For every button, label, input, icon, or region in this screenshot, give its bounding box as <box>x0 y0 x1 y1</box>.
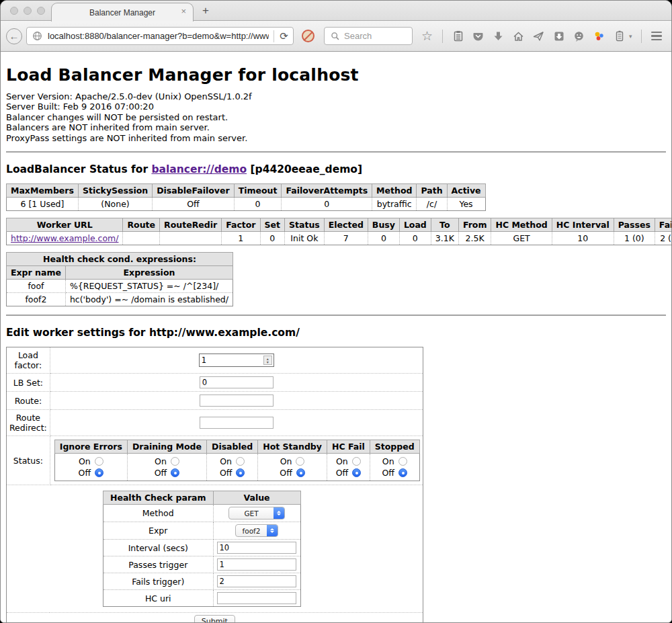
worker-url-link[interactable]: http://www.example.com/ <box>11 233 118 243</box>
tab-balancer-manager[interactable]: Balancer Manager × <box>51 3 194 22</box>
window-controls[interactable] <box>10 7 45 15</box>
expr-select[interactable]: foof2 <box>235 524 278 537</box>
tab-close-icon[interactable]: × <box>181 7 186 15</box>
expr-selected-value: foof2 <box>236 527 267 535</box>
stopped-on-radio[interactable] <box>398 457 407 466</box>
toolbar-separator-2 <box>641 30 642 43</box>
on-label: On <box>336 456 348 467</box>
send-tab-icon[interactable] <box>532 30 545 42</box>
extension-dots-icon[interactable] <box>593 30 605 42</box>
search-input[interactable] <box>343 30 403 42</box>
select-stepper-icon <box>267 524 278 537</box>
table-row: 6 [1 Used] (None) Off 0 0 bytraffic /c/ … <box>7 198 486 211</box>
col-expr-name: Expr name <box>7 266 66 280</box>
save-box-icon[interactable] <box>552 30 565 42</box>
lb-set-input[interactable] <box>200 376 274 388</box>
passes-trigger-label: Passes trigger <box>103 556 214 573</box>
col-timeout: Timeout <box>234 184 282 198</box>
health-check-params-table: Health Check param Value Method GET <box>103 491 301 607</box>
expr-row: foof2 hc('body') =~ /domain is establish… <box>7 293 233 306</box>
method-select[interactable]: GET <box>228 507 285 520</box>
route-redirect-label: Route Redirect: <box>7 410 50 436</box>
col-hot-standby: Hot Standby <box>258 440 327 454</box>
balancer-demo-link[interactable]: balancer://demo <box>151 163 247 175</box>
col-route: Route <box>123 218 160 232</box>
heading-suffix: [p4420eeae_demo] <box>247 163 362 175</box>
hc-fail-on-radio[interactable] <box>352 457 361 466</box>
disabled-on-radio[interactable] <box>236 457 245 466</box>
url-input[interactable] <box>46 30 270 42</box>
on-label: On <box>382 456 394 467</box>
window-zoom-button[interactable] <box>37 7 45 15</box>
on-label: On <box>220 456 232 467</box>
reload-icon[interactable]: ⟳ <box>278 30 290 42</box>
load-factor-input[interactable] <box>200 354 262 366</box>
cell-maxmembers: 6 [1 Used] <box>7 198 79 211</box>
off-label: Off <box>155 467 167 479</box>
page-title: Load Balancer Manager for localhost <box>6 65 666 85</box>
battery-status-icon[interactable] <box>613 30 626 42</box>
cell-expression: hc('body') =~ /domain is established/ <box>65 293 233 306</box>
load-factor-field-wrap: ▴▾ <box>199 354 274 367</box>
search-bar[interactable] <box>324 27 413 45</box>
draining-mode-on-radio[interactable] <box>171 457 179 466</box>
passes-trigger-input[interactable] <box>217 558 296 571</box>
menu-icon[interactable] <box>650 30 663 42</box>
divider-2 <box>6 315 666 316</box>
route-redirect-input[interactable] <box>200 417 274 429</box>
expr-label: Expr <box>103 522 214 540</box>
browser-window: Balancer Manager × + ← ⟳ ☆ <box>0 0 672 623</box>
fails-trigger-label: Fails trigger) <box>103 573 214 590</box>
ignore-errors-off-radio[interactable] <box>95 468 103 477</box>
col-fails: Fails <box>655 218 671 232</box>
off-label: Off <box>336 467 348 479</box>
table-header-row: MaxMembers StickySession DisableFailover… <box>7 184 486 198</box>
col-elected: Elected <box>324 218 368 232</box>
back-button[interactable]: ← <box>6 28 22 44</box>
chat-smiley-icon[interactable] <box>573 30 585 42</box>
col-disabled: Disabled <box>207 440 258 454</box>
cell-method: bytraffic <box>372 198 417 211</box>
cell-busy: 0 <box>368 232 399 245</box>
balancer-status-heading: LoadBalancer Status for balancer://demo … <box>6 163 666 175</box>
cell-route <box>123 232 160 245</box>
draining-mode-off-radio[interactable] <box>171 468 179 477</box>
off-label: Off <box>382 467 394 479</box>
hc-fail-off-radio[interactable] <box>352 468 361 477</box>
hc-uri-input[interactable] <box>217 592 296 604</box>
toolbar-separator <box>442 30 443 43</box>
new-tab-button[interactable]: + <box>202 4 209 17</box>
hot-standby-off-radio[interactable] <box>296 468 305 477</box>
fails-trigger-input[interactable] <box>217 575 296 587</box>
ignore-errors-on-radio[interactable] <box>95 457 103 466</box>
downloads-icon[interactable] <box>492 30 505 42</box>
method-label: Method <box>103 505 214 522</box>
content-blocker-icon[interactable] <box>302 30 314 42</box>
window-minimize-button[interactable] <box>24 7 32 15</box>
cell-to: 3.1K <box>431 232 458 245</box>
on-label: On <box>280 456 292 467</box>
off-label: Off <box>79 467 91 479</box>
stopped-off-radio[interactable] <box>398 468 407 477</box>
url-bar[interactable]: ⟳ <box>26 27 294 45</box>
search-icon <box>329 30 341 42</box>
home-icon[interactable] <box>512 30 525 42</box>
interval-label: Interval (secs) <box>103 540 214 556</box>
submit-button[interactable]: Submit <box>194 615 235 623</box>
cell-disablefailover: Off <box>153 198 234 211</box>
method-selected-value: GET <box>229 509 274 517</box>
window-close-button[interactable] <box>10 7 18 15</box>
col-busy: Busy <box>368 218 399 232</box>
disabled-off-radio[interactable] <box>236 468 245 477</box>
route-input[interactable] <box>200 394 274 407</box>
cell-passes: 1 (0) <box>614 232 655 245</box>
chevron-down-icon[interactable]: ▾ <box>629 33 632 40</box>
bookmark-star-icon[interactable]: ☆ <box>421 30 433 42</box>
interval-input[interactable] <box>217 542 296 554</box>
col-factor: Factor <box>222 218 260 232</box>
page-content: Load Balancer Manager for localhost Serv… <box>1 52 671 623</box>
number-stepper-icon[interactable]: ▴▾ <box>263 356 272 365</box>
pocket-icon[interactable] <box>472 30 485 42</box>
hot-standby-on-radio[interactable] <box>296 457 304 466</box>
bookmarks-list-icon[interactable] <box>452 30 464 42</box>
